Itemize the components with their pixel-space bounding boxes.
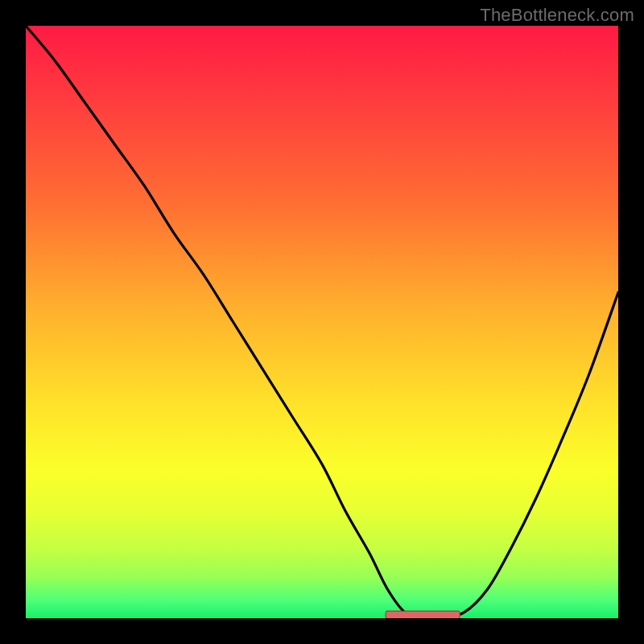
plot-area [26,26,618,618]
chart-frame: TheBottleneck.com [0,0,644,644]
watermark-text: TheBottleneck.com [480,5,634,26]
heat-gradient-background [26,26,618,618]
